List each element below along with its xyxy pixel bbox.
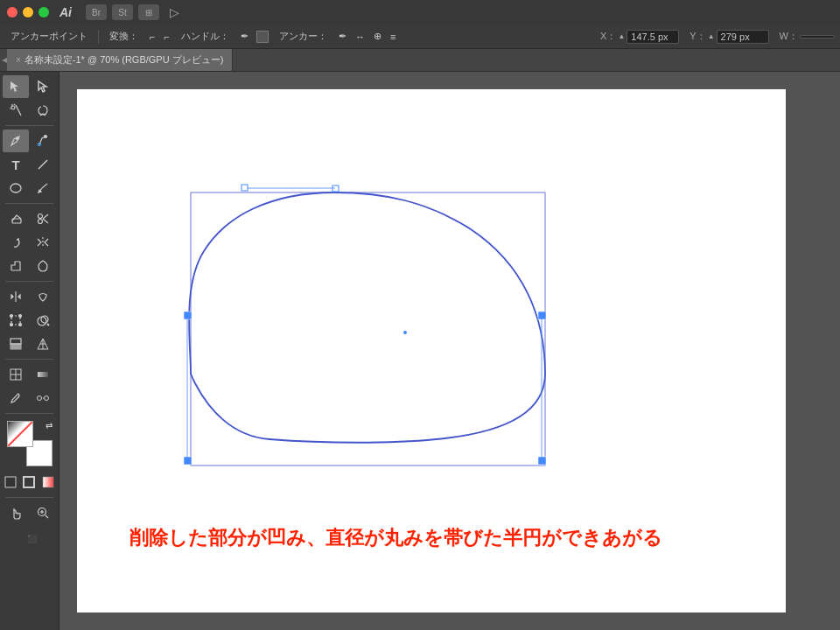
y-up-arrow[interactable]: ▲ <box>708 32 715 40</box>
fullscreen-button[interactable] <box>38 7 49 18</box>
divider-1 <box>5 125 53 126</box>
svg-point-19 <box>19 315 22 318</box>
foreground-color-box[interactable] <box>7 421 33 447</box>
anchor-edit-tool[interactable] <box>30 130 56 152</box>
tool-row-13 <box>2 387 57 410</box>
svg-point-4 <box>11 106 15 109</box>
warp-tool[interactable] <box>30 285 56 308</box>
swap-color-icon[interactable]: ⇄ <box>46 421 52 430</box>
svg-point-21 <box>19 324 22 326</box>
anchor-bottom-right[interactable] <box>538 457 546 465</box>
lasso-tool[interactable] <box>30 99 56 122</box>
hand-tool[interactable] <box>3 501 29 524</box>
zoom-tool[interactable] <box>30 501 56 524</box>
smooth-icon[interactable]: ⌐ <box>164 32 169 42</box>
tool-row-5 <box>2 177 57 200</box>
y-value[interactable]: 279 px <box>717 30 769 44</box>
color-area: ⇄ <box>7 421 52 466</box>
corner-icon[interactable]: ⌐ <box>150 32 155 42</box>
tool-row-1 <box>2 75 57 98</box>
free-transform-tool[interactable] <box>3 309 29 332</box>
type-tool[interactable]: T <box>3 153 29 176</box>
tabbar: ◀ × 名称未設定-1* @ 70% (RGB/GPU プレビュー) <box>0 49 840 72</box>
tool-row-4: T <box>2 153 57 176</box>
svg-point-20 <box>10 324 13 326</box>
eraser-tool[interactable] <box>3 207 29 230</box>
grid-icon[interactable]: ⊞ <box>138 4 159 20</box>
tab-close-icon[interactable]: × <box>16 55 21 65</box>
bounding-box <box>191 192 545 466</box>
svg-point-34 <box>45 396 49 401</box>
anchor3-icon[interactable]: ⊕ <box>374 31 382 42</box>
scissors-tool[interactable] <box>30 207 56 230</box>
gradient-tool[interactable] <box>30 363 56 386</box>
anchor2-icon[interactable]: ↔ <box>355 32 365 42</box>
transform-label: 変換： <box>104 28 144 45</box>
titlebar-icons: Br St ⊞ <box>86 4 159 20</box>
menu-square[interactable] <box>256 31 269 43</box>
svg-line-12 <box>43 219 48 223</box>
anchor4-icon[interactable]: ≡ <box>390 32 396 42</box>
selection-tool[interactable] <box>3 75 29 98</box>
eyedropper-tool[interactable] <box>3 387 29 410</box>
fill-icon[interactable] <box>2 471 19 494</box>
tool-row-2 <box>2 99 57 122</box>
direct-selection-tool[interactable] <box>30 75 56 98</box>
reflect-tool[interactable] <box>30 231 56 254</box>
tool-row-9 <box>2 285 57 308</box>
divider-4 <box>5 359 53 360</box>
pen-tool[interactable] <box>3 130 29 152</box>
magic-wand-tool[interactable] <box>3 99 29 122</box>
svg-line-3 <box>14 104 15 105</box>
anchor-right[interactable] <box>538 312 546 319</box>
blend-tool[interactable] <box>30 387 56 410</box>
traffic-lights <box>7 7 49 18</box>
send-icon[interactable]: ▷ <box>170 5 179 19</box>
document-tab[interactable]: × 名称未設定-1* @ 70% (RGB/GPU プレビュー) <box>7 49 233 71</box>
mesh-tool[interactable] <box>3 363 29 386</box>
rotate-tool[interactable] <box>3 231 29 254</box>
ellipse-tool[interactable] <box>3 177 29 200</box>
width-tool[interactable] <box>3 285 29 308</box>
gradient-swatch[interactable] <box>39 471 57 494</box>
handle-pen-icon[interactable]: ✒ <box>241 31 248 42</box>
minimize-button[interactable] <box>23 7 33 18</box>
live-paint-tool[interactable] <box>3 332 29 355</box>
x-label: X： <box>600 30 616 43</box>
bridge-icon[interactable]: Br <box>86 4 107 20</box>
perspective-grid-tool[interactable] <box>30 332 56 355</box>
svg-line-24 <box>47 324 49 326</box>
svg-point-6 <box>45 136 47 138</box>
handle-top-left[interactable] <box>242 185 248 191</box>
anchor-icon[interactable]: ✒ <box>339 31 346 42</box>
artboard-btn[interactable]: ⬛ <box>5 530 58 548</box>
anchor-top[interactable] <box>332 186 339 192</box>
anchor-left[interactable] <box>184 312 192 319</box>
anchor-bottom-left[interactable] <box>184 457 192 465</box>
svg-point-13 <box>38 214 43 219</box>
svg-point-23 <box>41 316 48 323</box>
x-up-arrow[interactable]: ▲ <box>618 32 625 40</box>
center-point <box>403 331 407 334</box>
w-coord-field: W： <box>780 30 835 43</box>
titlebar-nav: ▷ <box>170 5 179 19</box>
tool-row-6 <box>2 207 57 230</box>
pencil-tool[interactable] <box>30 177 56 200</box>
svg-line-11 <box>43 214 48 219</box>
shaper-tool[interactable] <box>30 255 56 277</box>
close-button[interactable] <box>7 7 18 18</box>
y-label: Y： <box>690 30 705 43</box>
stock-icon[interactable]: St <box>112 4 133 20</box>
w-value[interactable] <box>800 35 835 38</box>
tool-row-14 <box>2 471 57 494</box>
anchor-label: アンカー： <box>274 28 332 45</box>
svg-rect-32 <box>38 372 48 377</box>
canvas-area: 削除した部分が凹み、直径が丸みを帯びた半円ができあがる <box>60 72 840 630</box>
tool-row-8 <box>2 255 57 277</box>
line-tool[interactable] <box>30 153 56 176</box>
scale-tool[interactable] <box>3 255 29 277</box>
svg-line-0 <box>16 105 21 116</box>
shape-builder-tool[interactable] <box>30 309 56 332</box>
stroke-icon[interactable] <box>20 471 38 494</box>
x-value[interactable]: 147.5 px <box>626 30 679 44</box>
